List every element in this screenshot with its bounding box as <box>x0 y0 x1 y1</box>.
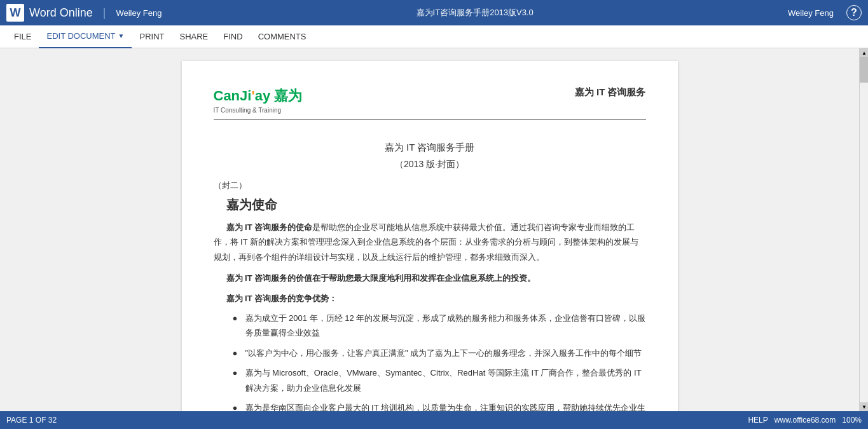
title-user-name: Weiley Feng <box>116 8 162 18</box>
right-status: HELP www.office68.com 100% <box>748 416 862 425</box>
doc-body: 嘉为 IT 咨询服务手册 （2013 版·封面） （封二） 嘉为使命 嘉为 IT… <box>214 126 646 411</box>
bullet-item-4: 嘉为是华南区面向企业客户最大的 IT 培训机构，以质量为生命，注重知识的实践应用… <box>233 400 646 411</box>
title-right-area: Weiley Feng ? <box>788 5 862 20</box>
scroll-down-arrow[interactable]: ▼ <box>860 402 868 411</box>
page-info: PAGE 1 OF 32 <box>6 416 57 425</box>
logo-text: CanJi'ay 嘉为 <box>214 86 303 106</box>
doc-header: CanJi'ay 嘉为 IT Consulting & Training 嘉为 … <box>214 86 646 119</box>
logo-ji: Ji <box>240 88 251 104</box>
logo-can: Can <box>214 88 240 104</box>
status-bar: PAGE 1 OF 32 HELP www.office68.com 100% <box>0 411 868 429</box>
title-right-user: Weiley Feng <box>788 8 834 18</box>
logo-subtitle: IT Consulting & Training <box>214 107 303 114</box>
doc-page: CanJi'ay 嘉为 IT Consulting & Training 嘉为 … <box>182 61 678 411</box>
menu-find[interactable]: FIND <box>216 25 250 48</box>
watermark-status: www.office68.com <box>775 416 836 425</box>
menu-print[interactable]: PRINT <box>132 25 172 48</box>
logo-ay: ay <box>255 88 270 104</box>
paragraph-3-title: 嘉为 IT 咨询服务的竞争优势： <box>214 291 646 306</box>
bullet-item-2: "以客户为中心，用心服务，让客户真正满意" 成为了嘉为上下一心的服务理念，并深入… <box>233 346 646 360</box>
doc-area[interactable]: CanJi'ay 嘉为 IT Consulting & Training 嘉为 … <box>0 48 859 411</box>
scroll-up-arrow[interactable]: ▲ <box>860 48 868 57</box>
title-bar: W Word Online | Weiley Feng 嘉为IT咨询服务手册20… <box>0 0 868 25</box>
logo-container: CanJi'ay 嘉为 IT Consulting & Training <box>214 86 303 114</box>
paragraph-1-bold: 嘉为 IT 咨询服务的使命 <box>226 222 313 232</box>
logo-area: W Word Online | Weiley Feng <box>6 4 162 22</box>
menu-bar: FILE EDIT DOCUMENT ▼ PRINT SHARE FIND CO… <box>0 25 868 48</box>
menu-edit-document[interactable]: EDIT DOCUMENT ▼ <box>39 25 132 48</box>
center-sub: （2013 版·封面） <box>214 159 646 170</box>
section-label: （封二） <box>214 180 646 191</box>
word-icon: W <box>6 4 24 22</box>
bullet-list: 嘉为成立于 2001 年，历经 12 年的发展与沉淀，形成了成熟的服务能力和服务… <box>233 311 646 411</box>
section-title: 嘉为使命 <box>214 196 646 214</box>
center-title-block: 嘉为 IT 咨询服务手册 （2013 版·封面） <box>214 142 646 170</box>
zoom-level: 100% <box>842 416 862 425</box>
paragraph-2: 嘉为 IT 咨询服务的价值在于帮助您最大限度地利用和发挥在企业信息系统上的投资。 <box>214 271 646 285</box>
bullet-item-1: 嘉为成立于 2001 年，历经 12 年的发展与沉淀，形成了成熟的服务能力和服务… <box>233 311 646 341</box>
help-button[interactable]: ? <box>846 5 862 20</box>
center-title: 嘉为 IT 咨询服务手册 <box>214 142 646 154</box>
edit-document-arrow: ▼ <box>118 32 125 39</box>
menu-file[interactable]: FILE <box>6 25 39 48</box>
menu-share[interactable]: SHARE <box>172 25 216 48</box>
menu-comments[interactable]: COMMENTS <box>251 25 314 48</box>
title-separator: | <box>103 6 106 20</box>
logo-chinese: 嘉为 <box>274 88 302 104</box>
scroll-track <box>860 57 868 402</box>
bullet-item-3: 嘉为与 Microsoft、Oracle、VMware、Symantec、Cit… <box>233 365 646 395</box>
app-name: Word Online <box>29 6 93 20</box>
main-area: CanJi'ay 嘉为 IT Consulting & Training 嘉为 … <box>0 48 868 411</box>
scroll-thumb[interactable] <box>860 57 868 83</box>
right-scrollbar[interactable]: ▲ ▼ <box>859 48 868 411</box>
doc-header-right: 嘉为 IT 咨询服务 <box>575 86 646 99</box>
doc-title: 嘉为IT咨询服务手册2013版V3.0 <box>162 7 788 18</box>
paragraph-1: 嘉为 IT 咨询服务的使命是帮助您的企业尽可能地从信息系统中获得最大价值。通过我… <box>214 220 646 264</box>
help-status[interactable]: HELP <box>748 416 768 425</box>
